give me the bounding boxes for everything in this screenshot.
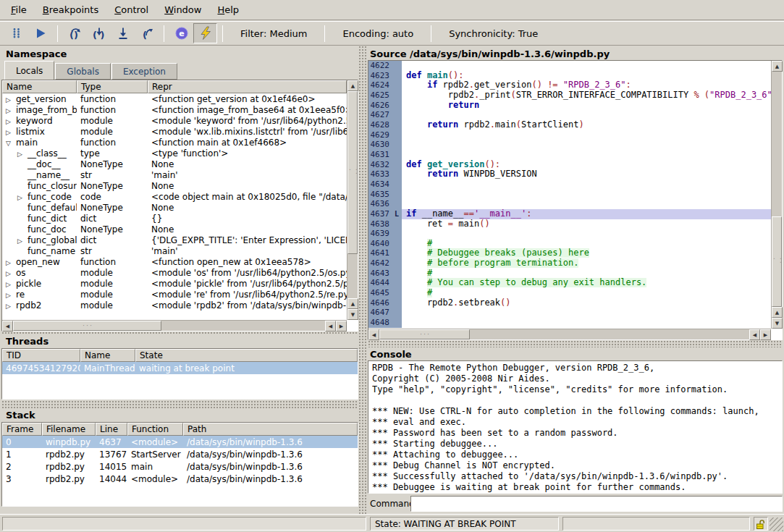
expand-icon[interactable]: ▷ (6, 270, 16, 277)
namespace-vertical-scrollbar[interactable]: ▲ ▲ ▼ (347, 80, 358, 320)
source-line[interactable]: 4642 # before program termination. (368, 258, 771, 269)
return-button[interactable] (111, 23, 135, 43)
namespace-row[interactable]: __name__str'main' (2, 169, 347, 180)
source-line[interactable]: 4635 (368, 190, 771, 200)
collapse-icon[interactable]: ▽ (6, 140, 16, 147)
source-line[interactable]: 4624 if rpdb2.get_version() != "RPDB_2_3… (368, 80, 771, 90)
splitter-namespace-threads[interactable] (1, 332, 358, 335)
source-line[interactable]: 4631 (368, 150, 771, 160)
stack-frame-row[interactable]: 0winpdb.py4637<module>/data/sys/bin/winp… (2, 436, 358, 448)
splitter-source-console[interactable] (368, 340, 783, 347)
expand-icon[interactable]: ▷ (6, 292, 16, 299)
source-line[interactable]: 4639 (368, 229, 771, 239)
column-header-repr[interactable]: Repr (148, 80, 347, 93)
namespace-row[interactable]: func_namestr'main' (2, 245, 347, 256)
source-line[interactable]: 4625 rpdb2._print(STR_ERROR_INTERFACE_CO… (368, 90, 771, 101)
column-header-function[interactable]: Function (127, 423, 183, 436)
source-vertical-scrollbar[interactable]: ▲ ▲ ▼ (771, 61, 782, 329)
source-line[interactable]: 4627 (368, 110, 771, 120)
goto-button[interactable]: ( (135, 23, 159, 43)
go-button[interactable] (28, 23, 52, 43)
synchronicity-button[interactable] (193, 23, 217, 43)
expand-icon[interactable]: ▷ (17, 237, 28, 245)
namespace-row[interactable]: ▷listmixmodule<module 'wx.lib.mixins.lis… (2, 126, 347, 137)
source-line[interactable]: 4643 # (368, 269, 771, 279)
stack-frame-row[interactable]: 3rpdb2.py14044<module>/data/sys/bin/winp… (2, 473, 358, 485)
column-header-tid[interactable]: TID (2, 349, 80, 362)
source-line[interactable]: 4640 # (368, 239, 771, 249)
namespace-row[interactable]: func_closurNoneTypeNone (2, 180, 347, 191)
scrollbar-thumb[interactable] (13, 321, 161, 331)
expand-icon[interactable]: ▷ (17, 151, 28, 158)
resize-grip-icon[interactable] (770, 518, 783, 531)
source-line-current[interactable]: 4637Lif __name__=='__main__': (368, 209, 771, 219)
namespace-row[interactable]: ▷func_codecode<code object main at 0x180… (2, 191, 347, 202)
source-line[interactable]: 4646 rpdb2.setbreak() (368, 298, 771, 308)
scroll-left-icon[interactable]: ◀ (368, 329, 379, 340)
source-line[interactable]: 4647 (368, 308, 771, 318)
namespace-row[interactable]: func_docNoneTypeNone (2, 224, 347, 235)
namespace-horizontal-scrollbar[interactable]: ◀ ◀ ▶ (2, 320, 347, 331)
scroll-right-icon[interactable]: ▶ (760, 329, 771, 340)
namespace-row[interactable]: ▷remodule<module 're' from '/usr/lib64/p… (2, 289, 347, 300)
scroll-up-icon[interactable]: ▲ (772, 61, 783, 72)
console-view[interactable]: RPDB - The Remote Python Debugger, versi… (368, 360, 783, 494)
expand-icon[interactable]: ▷ (6, 118, 16, 125)
scroll-up-icon[interactable]: ▲ (347, 80, 358, 91)
scroll-left-icon[interactable]: ◀ (749, 329, 760, 340)
namespace-row[interactable]: ▷func_globaldict{'DLG_EXPR_TITLE': 'Ente… (2, 235, 347, 245)
expand-icon[interactable]: ▷ (6, 96, 16, 104)
scroll-up-icon[interactable]: ▲ (772, 307, 783, 318)
scroll-left-icon[interactable]: ◀ (325, 321, 336, 332)
column-header-filename[interactable]: Filename (42, 423, 96, 436)
expand-icon[interactable]: ▷ (6, 129, 16, 136)
scroll-down-icon[interactable]: ▼ (772, 318, 783, 329)
next-button[interactable]: () (63, 23, 87, 43)
source-line[interactable]: 4628 return rpdb2.main(StartClient) (368, 120, 771, 130)
expand-icon[interactable]: ▷ (6, 259, 16, 266)
column-header-frame[interactable]: Frame (2, 423, 42, 436)
source-line[interactable]: 4633 return WINPDB_VERSION (368, 169, 771, 180)
tab-globals[interactable]: Globals (55, 63, 111, 80)
column-header-path[interactable]: Path (183, 423, 358, 436)
thread-row[interactable]: 46974534127920MainThreadwaiting at break… (2, 362, 358, 374)
source-horizontal-scrollbar[interactable]: ◀ ◀ ▶ (368, 329, 771, 339)
source-line[interactable]: 4626 return (368, 101, 771, 111)
scrollbar-thumb[interactable] (379, 329, 470, 339)
break-button[interactable] (4, 23, 28, 43)
namespace-row[interactable]: func_defaulNoneTypeNone (2, 202, 347, 213)
namespace-row[interactable]: ▷rpdb2module<module 'rpdb2' from '/data/… (2, 300, 347, 311)
menu-file[interactable]: File (3, 1, 35, 18)
scrollbar-thumb[interactable] (347, 91, 358, 254)
column-header-line[interactable]: Line (96, 423, 127, 436)
namespace-row[interactable]: ▷__class__type<type 'function'> (2, 148, 347, 159)
stack-frame-row[interactable]: 2rpdb2.py14015main/data/sys/bin/winpdb-1… (2, 460, 358, 473)
source-line[interactable]: 4630 (368, 140, 771, 150)
column-header-type[interactable]: Type (77, 80, 148, 93)
analyze-exception-button[interactable]: e (169, 23, 193, 43)
expand-icon[interactable]: ▷ (6, 281, 16, 288)
scroll-left-icon[interactable]: ◀ (2, 321, 13, 332)
source-line[interactable]: 4634 (368, 180, 771, 190)
tab-exception[interactable]: Exception (111, 63, 177, 80)
scroll-down-icon[interactable]: ▼ (347, 309, 358, 320)
scrollbar-thumb[interactable] (772, 216, 782, 307)
splitter-vertical[interactable] (358, 46, 368, 514)
menu-help[interactable]: Help (209, 1, 247, 18)
namespace-row[interactable]: ▽mainfunction<function main at 0x1ef4668… (2, 137, 347, 148)
step-button[interactable]: ( ) (87, 23, 111, 43)
source-line[interactable]: 4632def get_version(): (368, 160, 771, 170)
namespace-row[interactable]: ▷osmodule<module 'os' from '/usr/lib64/p… (2, 267, 347, 278)
menu-breakpoints[interactable]: Breakpoints (35, 1, 106, 18)
source-line[interactable]: 4648 (368, 318, 771, 328)
source-line[interactable]: 4629 (368, 130, 771, 140)
namespace-row[interactable]: ▷open_newfunction<function open_new at 0… (2, 256, 347, 267)
source-line[interactable]: 4644 # You can step to debug any exit ha… (368, 278, 771, 288)
expand-icon[interactable]: ▷ (17, 194, 28, 201)
scroll-right-icon[interactable]: ▶ (336, 321, 347, 332)
namespace-row[interactable]: ▷image_from_bfunction<function image_fro… (2, 104, 347, 115)
source-line[interactable]: 4641 # Debuggee breaks (pauses) here (368, 248, 771, 258)
source-view[interactable]: 46224623def main():4624 if rpdb2.get_ver… (368, 60, 783, 340)
source-line[interactable]: 4636 (368, 199, 771, 209)
command-input[interactable] (410, 496, 783, 512)
